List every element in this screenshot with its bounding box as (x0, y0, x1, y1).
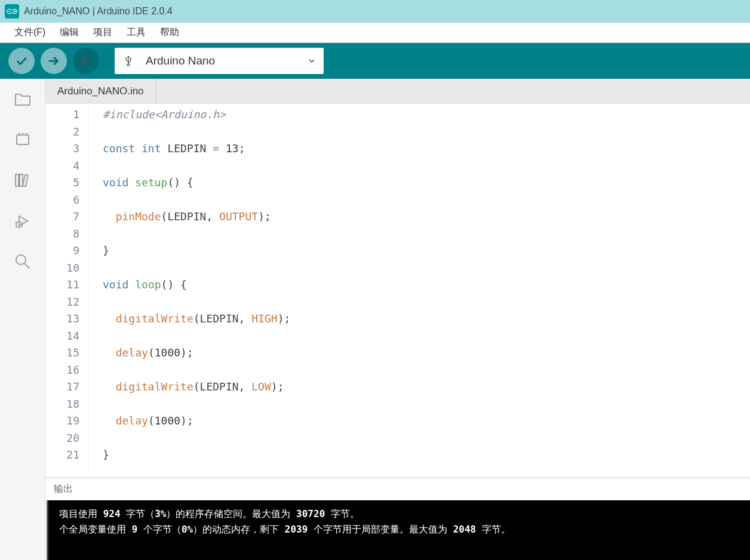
search-icon (13, 252, 32, 271)
output-line-1: 项目使用 924 字节（3%）的程序存储空间。最大值为 30720 字节。 (59, 506, 739, 522)
usb-icon (123, 56, 134, 66)
svg-point-5 (82, 61, 86, 65)
debug-icon (13, 211, 32, 230)
output-panel-header[interactable]: 输出 (45, 478, 750, 500)
svg-point-6 (128, 56, 130, 58)
menu-help[interactable]: 帮助 (154, 24, 185, 41)
svg-point-8 (125, 57, 127, 59)
output-line-2: 个全局变量使用 9 个字节（0%）的动态内存，剩下 2039 个字节用于局部变量… (59, 522, 739, 537)
tab-active[interactable]: Arduino_NANO.ino (45, 79, 156, 104)
board-icon (13, 130, 32, 149)
sidebar-debug[interactable] (11, 209, 35, 233)
editor-area: Arduino_NANO.ino 12345678910111213141516… (45, 79, 750, 560)
svg-rect-17 (23, 175, 28, 187)
svg-rect-16 (20, 174, 23, 186)
svg-marker-18 (19, 216, 27, 226)
svg-point-10 (127, 64, 130, 66)
arduino-logo-icon (5, 4, 19, 19)
sidebar-boards-manager[interactable] (11, 128, 35, 152)
code-editor[interactable]: 123456789101112131415161718192021 #inclu… (45, 104, 750, 478)
output-label: 输出 (54, 483, 73, 496)
sidebar-sketchbook[interactable] (11, 87, 35, 111)
menu-bar: 文件(F) 编辑 项目 工具 帮助 (0, 23, 750, 43)
window-title: Arduino_NANO | Arduino IDE 2.0.4 (24, 6, 173, 17)
board-name: Arduino Nano (146, 54, 308, 67)
line-gutter: 123456789101112131415161718192021 (45, 104, 88, 478)
svg-line-21 (24, 263, 29, 268)
tab-bar: Arduino_NANO.ino (45, 79, 750, 104)
svg-rect-9 (130, 59, 131, 60)
sidebar-library-manager[interactable] (11, 168, 35, 192)
board-selector[interactable]: Arduino Nano (115, 48, 324, 74)
sidebar (0, 79, 45, 560)
menu-file[interactable]: 文件(F) (8, 24, 51, 41)
code-content[interactable]: #include<Arduino.h> const int LEDPIN = 1… (88, 104, 750, 478)
title-bar: Arduino_NANO | Arduino IDE 2.0.4 (0, 0, 750, 23)
verify-button[interactable] (8, 48, 35, 74)
svg-rect-11 (17, 135, 29, 144)
chevron-down-icon (308, 57, 315, 64)
menu-edit[interactable]: 编辑 (54, 24, 85, 41)
menu-tools[interactable]: 工具 (121, 24, 152, 41)
output-console: 项目使用 924 字节（3%）的程序存储空间。最大值为 30720 字节。 个全… (47, 500, 750, 560)
folder-icon (13, 90, 32, 109)
upload-button[interactable] (41, 48, 67, 74)
main-area: Arduino_NANO.ino 12345678910111213141516… (0, 79, 750, 560)
debug-button[interactable] (73, 48, 99, 74)
menu-sketch[interactable]: 项目 (87, 24, 118, 41)
library-icon (13, 171, 32, 190)
toolbar: Arduino Nano (0, 43, 750, 79)
sidebar-search[interactable] (11, 250, 35, 273)
svg-rect-15 (16, 174, 19, 186)
